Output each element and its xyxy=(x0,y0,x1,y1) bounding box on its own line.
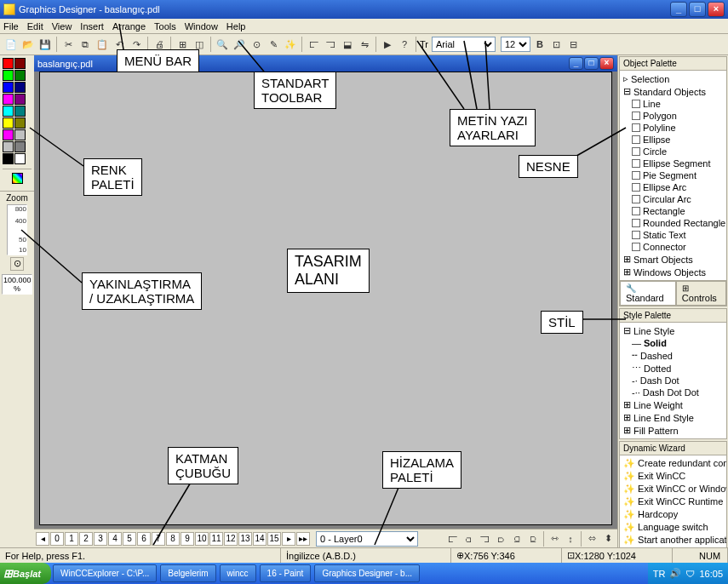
obj-pie-segment[interactable]: Pie Segment xyxy=(622,169,725,181)
taskbar-item[interactable]: wincc xyxy=(220,564,256,582)
mirror-button[interactable]: ⇋ xyxy=(357,37,372,52)
new-button[interactable]: 📄 xyxy=(3,37,19,52)
zoom-slider[interactable]: 800 400 50 10 xyxy=(7,204,27,255)
font-family-select[interactable]: Arial xyxy=(432,37,496,52)
start-button[interactable]: ⊞ Başlat xyxy=(0,563,51,584)
color-swatch[interactable] xyxy=(14,82,26,93)
menu-arrange[interactable]: Arrange xyxy=(112,21,146,31)
obj-rounded-rectangle[interactable]: Rounded Rectangle xyxy=(622,217,725,229)
obj-ellipse-arc[interactable]: Ellipse Arc xyxy=(622,181,725,193)
tree-fill-pattern[interactable]: ⊞ Fill Pattern xyxy=(622,424,725,437)
runtime-button[interactable]: ▶ xyxy=(380,37,395,52)
doc-min-button[interactable]: _ xyxy=(569,57,583,70)
obj-polyline[interactable]: Polyline xyxy=(622,122,725,134)
tray-icon[interactable]: 🔊 xyxy=(669,568,681,579)
zoom-fit-button[interactable]: ⊙ xyxy=(249,37,264,52)
color-swatch[interactable] xyxy=(3,82,14,93)
color-swatch[interactable] xyxy=(14,94,26,105)
layer-button-8[interactable]: 8 xyxy=(166,532,180,546)
same-w-button[interactable]: ⬄ xyxy=(584,531,599,547)
zoom-out-button[interactable]: 🔎 xyxy=(232,37,247,52)
layer-button-1[interactable]: 1 xyxy=(65,532,78,546)
layer-select[interactable]: 0 - Layer0 xyxy=(316,531,418,547)
layer-next-button[interactable]: ▸ xyxy=(282,532,295,546)
wiz-item[interactable]: ✨ Create redundant connection xyxy=(622,457,725,470)
open-button[interactable]: 📂 xyxy=(20,37,36,52)
font-size-select[interactable]: 12 xyxy=(501,37,530,52)
layer-button-12[interactable]: 12 xyxy=(224,532,238,546)
obj-ellipse[interactable]: Ellipse xyxy=(622,134,725,146)
tree-smart-objects[interactable]: ⊞Smart Objects xyxy=(622,253,725,266)
copy-button[interactable]: ⧉ xyxy=(77,37,93,52)
menu-window[interactable]: Window xyxy=(185,21,218,31)
color-swatch[interactable] xyxy=(14,129,26,140)
align3-button[interactable]: ⬓ xyxy=(340,37,355,52)
wiz-item[interactable]: ✨ Exit WinCC xyxy=(622,470,725,483)
layer-button-14[interactable]: 14 xyxy=(253,532,267,546)
color-swatch[interactable] xyxy=(14,153,26,164)
layer-button-4[interactable]: 4 xyxy=(108,532,122,546)
layer-button-13[interactable]: 13 xyxy=(238,532,252,546)
layer-button-10[interactable]: 10 xyxy=(195,532,209,546)
color-swatch[interactable] xyxy=(3,58,14,69)
obj-polygon[interactable]: Polygon xyxy=(622,110,725,122)
color-swatch[interactable] xyxy=(14,58,26,69)
menu-edit[interactable]: Edit xyxy=(27,21,43,31)
menu-help[interactable]: Help xyxy=(226,21,246,31)
layer-button-5[interactable]: 5 xyxy=(123,532,136,546)
dist-v-button[interactable]: ↕ xyxy=(563,531,578,547)
minimize-button[interactable]: _ xyxy=(670,2,687,17)
taskbar-item[interactable]: 16 - Paint xyxy=(260,564,312,582)
style-solid[interactable]: — Solid xyxy=(622,337,725,349)
layer-prev-button[interactable]: ◂ xyxy=(36,532,49,546)
tree-line-style[interactable]: ⊟ Line Style xyxy=(622,324,725,337)
tree-windows-objects[interactable]: ⊞Windows Objects xyxy=(622,266,725,278)
wand-button[interactable]: ✨ xyxy=(283,37,298,52)
align-button[interactable]: ⫍ xyxy=(306,37,321,52)
color-swatch[interactable] xyxy=(14,70,26,81)
doc-close-button[interactable]: × xyxy=(599,57,614,70)
style-dotted[interactable]: ⋯ Dotted xyxy=(622,362,725,375)
tray-lang[interactable]: TR xyxy=(653,569,666,579)
style-dashed[interactable]: ╌ Dashed xyxy=(622,349,725,362)
dist-h-button[interactable]: ⇿ xyxy=(547,531,562,547)
color-swatch[interactable] xyxy=(3,70,14,81)
layer-button-11[interactable]: 11 xyxy=(209,532,223,546)
layer-button-6[interactable]: 6 xyxy=(137,532,151,546)
tab-standard[interactable]: 🔧 Standard xyxy=(620,281,676,306)
color-swatch[interactable] xyxy=(3,106,14,117)
layer-button-7[interactable]: 7 xyxy=(152,532,165,546)
obj-connector[interactable]: Connector xyxy=(622,241,725,253)
layer-button-0[interactable]: 0 xyxy=(50,532,64,546)
text-style-button[interactable]: ⊡ xyxy=(549,37,565,52)
doc-max-button[interactable]: □ xyxy=(584,57,599,70)
system-tray[interactable]: TR 🔊 🛡 16:05 xyxy=(648,563,728,584)
layer-button-9[interactable]: 9 xyxy=(181,532,194,546)
bold-button[interactable]: B xyxy=(532,37,547,52)
wiz-item[interactable]: ✨ Hardcopy xyxy=(622,508,725,521)
paste-button[interactable]: 📋 xyxy=(95,37,110,52)
style-dashdot[interactable]: -· Dash Dot xyxy=(622,375,725,386)
color-swatch[interactable] xyxy=(3,94,14,105)
help-button[interactable]: ? xyxy=(397,37,412,52)
close-button[interactable]: × xyxy=(708,2,725,17)
tree-line-weight[interactable]: ⊞ Line Weight xyxy=(622,398,725,411)
zoom-100-button[interactable]: ⊙ xyxy=(10,257,24,271)
tree-standard-objects[interactable]: ⊟Standard Objects xyxy=(622,85,725,98)
zoom-area-button[interactable]: ✎ xyxy=(266,37,281,52)
layer-next2-button[interactable]: ▸▸ xyxy=(296,532,310,546)
menu-insert[interactable]: Insert xyxy=(80,21,104,31)
cut-button[interactable]: ✂ xyxy=(60,37,76,52)
save-button[interactable]: 💾 xyxy=(37,37,53,52)
menu-file[interactable]: File xyxy=(3,21,19,31)
color-swatch[interactable] xyxy=(14,106,26,117)
menu-view[interactable]: View xyxy=(52,21,72,31)
zoom-in-button[interactable]: 🔍 xyxy=(215,37,230,52)
tray-icon2[interactable]: 🛡 xyxy=(685,569,695,579)
menu-tools[interactable]: Tools xyxy=(154,21,176,31)
color-swatch[interactable] xyxy=(3,141,14,152)
align-top-button[interactable]: ⫐ xyxy=(493,531,508,547)
align-center-button[interactable]: ⫏ xyxy=(461,531,476,547)
wiz-item[interactable]: ✨ Language switch xyxy=(622,521,725,534)
color-swatch[interactable] xyxy=(3,153,14,164)
